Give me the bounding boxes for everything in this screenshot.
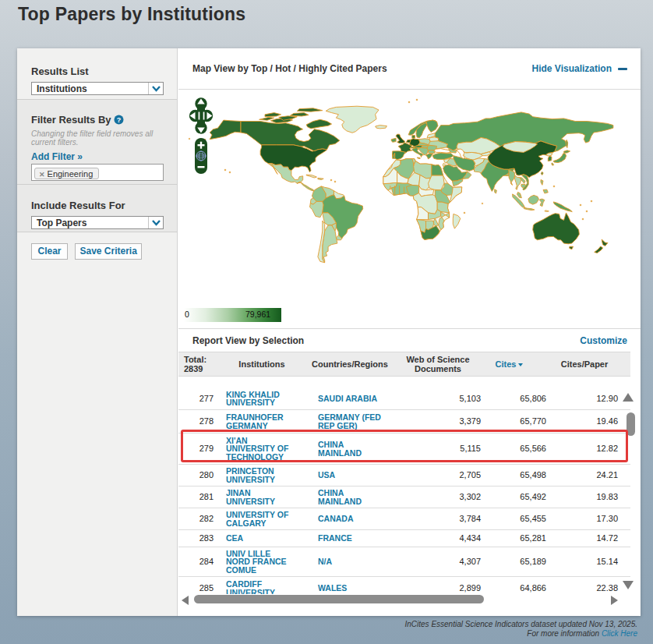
svg-text:?: ? [117, 116, 122, 124]
